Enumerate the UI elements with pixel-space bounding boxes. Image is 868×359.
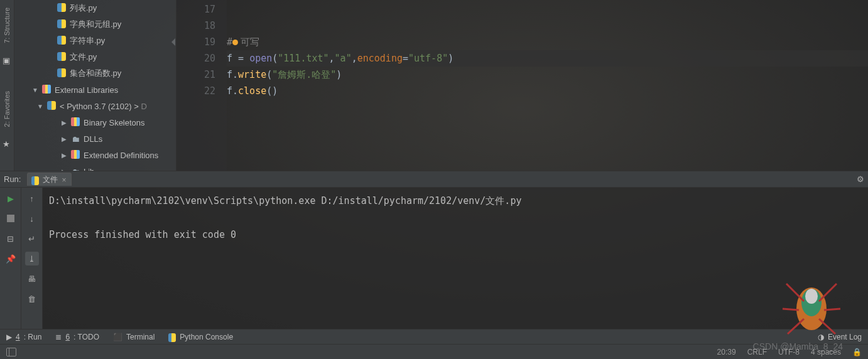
event-log-button[interactable]: ◑Event Log	[818, 333, 862, 341]
tree-file[interactable]: 字典和元组.py	[14, 16, 176, 33]
code-line[interactable]: #可写	[227, 34, 868, 50]
status-encoding[interactable]: UTF-8	[778, 348, 800, 356]
python-file-icon	[57, 68, 66, 77]
python-file-icon	[57, 52, 66, 61]
chevron-right-icon[interactable]	[58, 136, 70, 142]
layout-button[interactable]: ⊟	[4, 232, 18, 245]
console-output[interactable]: D:\install\pycharm\2102\venv\Scripts\pyt…	[43, 188, 868, 329]
chevron-down-icon[interactable]	[35, 103, 46, 110]
libraries-icon	[71, 150, 80, 159]
code-line[interactable]: f = open("111.txt","a",encoding="utf-8")	[227, 50, 868, 67]
editor-gutter: 17 18 19 20 21 22	[176, 0, 227, 171]
close-icon[interactable]: ×	[62, 176, 66, 185]
tree-file[interactable]: 集合和函数.py	[14, 65, 176, 82]
python-env-node[interactable]: < Python 3.7 (2102) > D	[14, 98, 176, 114]
print-button[interactable]: 🖶	[25, 272, 39, 286]
run-toolbar-primary: ▶ ⊟ 📌	[0, 188, 21, 329]
run-title: Run:	[4, 174, 21, 184]
run-toolwindow-button[interactable]: ▶4: Run	[6, 333, 41, 341]
libraries-icon	[71, 117, 80, 126]
todo-toolwindow-button[interactable]: ≣6: TODO	[55, 333, 99, 341]
lock-icon[interactable]: 🔒	[852, 348, 862, 356]
chevron-right-icon[interactable]	[58, 152, 70, 159]
code-line[interactable]	[227, 18, 868, 34]
trash-button[interactable]: 🗑	[25, 292, 39, 306]
libraries-icon	[42, 85, 51, 94]
code-line[interactable]	[227, 1, 868, 18]
bottom-toolbar: ▶4: Run ≣6: TODO ⬛Terminal Python Consol…	[0, 329, 868, 344]
code-area[interactable]: #可写 f = open("111.txt","a",encoding="utf…	[227, 0, 868, 171]
line-number: 18	[176, 18, 215, 34]
svg-rect-0	[7, 215, 14, 222]
pin-button[interactable]: 📌	[4, 252, 18, 265]
status-eol[interactable]: CRLF	[747, 348, 767, 356]
run-tool-window: Run: 文件 × ⚙ ▶ ⊟ 📌 ↑ ↓ ↵ ⤓ 🖶 🗑	[0, 171, 868, 329]
tree-file[interactable]: 列表.py	[14, 0, 176, 16]
scroll-to-end-button[interactable]: ⤓	[25, 252, 39, 265]
console-line: D:\install\pycharm\2102\venv\Scripts\pyt…	[49, 193, 862, 210]
stop-button[interactable]	[4, 212, 18, 225]
line-number: 19	[176, 34, 215, 50]
run-tab[interactable]: 文件 ×	[27, 173, 72, 186]
lib-node[interactable]: 🖿DLLs	[14, 131, 176, 147]
code-line[interactable]: f.close()	[227, 83, 868, 99]
tree-file[interactable]: 文件.py	[14, 49, 176, 65]
run-header: Run: 文件 × ⚙	[0, 171, 868, 188]
python-file-icon	[31, 176, 39, 184]
up-button[interactable]: ↑	[25, 191, 39, 205]
down-button[interactable]: ↓	[25, 212, 39, 225]
run-tab-label: 文件	[43, 174, 58, 185]
project-sidebar: 列表.py 字典和元组.py 字符串.py 文件.py 集合和函数.py Ext…	[14, 0, 176, 171]
code-line[interactable]: f.write("詹姆斯.哈登")	[227, 67, 868, 83]
rerun-button[interactable]: ▶	[4, 191, 18, 205]
structure-icon: ▣	[3, 56, 11, 65]
python-file-icon	[57, 36, 66, 45]
toolwindows-toggle[interactable]	[6, 348, 16, 356]
status-indent[interactable]: 4 spaces	[811, 348, 841, 356]
line-number: 21	[176, 67, 215, 83]
terminal-toolwindow-button[interactable]: ⬛Terminal	[113, 333, 155, 341]
python-file-icon	[57, 3, 66, 12]
lib-node[interactable]: Binary Skeletons	[14, 114, 176, 131]
line-number: 20	[176, 50, 215, 67]
structure-tool-button[interactable]: 7: Structure	[3, 0, 11, 51]
line-number: 17	[176, 1, 215, 18]
gear-icon[interactable]: ⚙	[857, 174, 864, 184]
python-file-icon	[57, 19, 66, 28]
console-line: Process finished with exit code 0	[49, 227, 862, 244]
lib-node[interactable]: 🖿Lib	[14, 163, 176, 171]
external-libraries-node[interactable]: External Libraries	[14, 82, 176, 98]
python-icon	[168, 333, 176, 341]
star-icon: ★	[3, 139, 11, 148]
bulb-icon[interactable]	[232, 40, 238, 45]
chevron-right-icon[interactable]	[58, 119, 70, 126]
status-bar: 20:39 CRLF UTF-8 4 spaces 🔒	[0, 344, 868, 359]
status-time: 20:39	[717, 348, 736, 356]
python-console-button[interactable]: Python Console	[168, 333, 233, 341]
tree-file[interactable]: 字符串.py	[14, 33, 176, 49]
line-number: 22	[176, 83, 215, 99]
folder-icon: 🖿	[70, 134, 81, 144]
soft-wrap-button[interactable]: ↵	[25, 232, 39, 245]
favorites-tool-button[interactable]: 2: Favorites	[3, 83, 11, 134]
python-icon	[47, 101, 56, 110]
run-toolbar-secondary: ↑ ↓ ↵ ⤓ 🖶 🗑	[21, 188, 43, 329]
code-editor[interactable]: 17 18 19 20 21 22 #可写 f = open("111.txt"…	[176, 0, 868, 171]
lib-node[interactable]: Extended Definitions	[14, 147, 176, 163]
chevron-down-icon[interactable]	[30, 87, 41, 94]
